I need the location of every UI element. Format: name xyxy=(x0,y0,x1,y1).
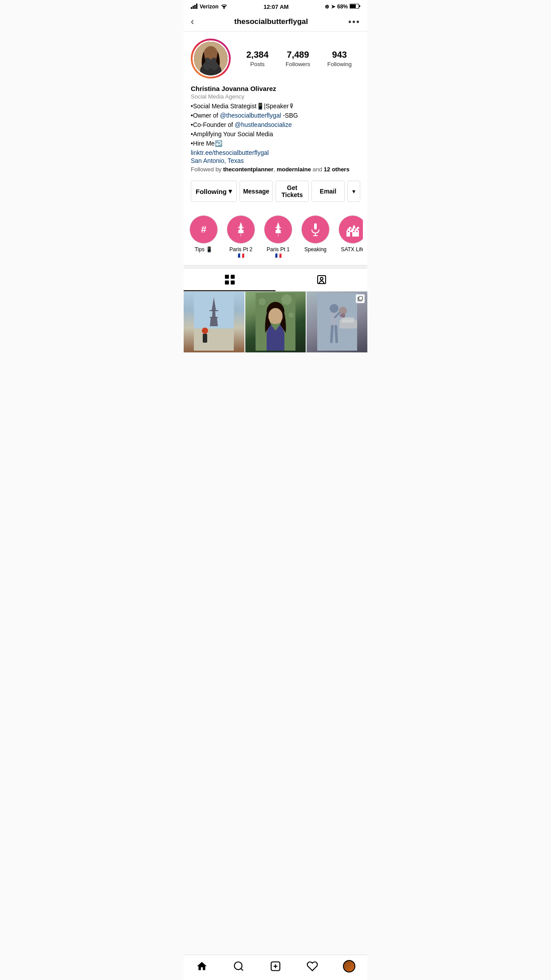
bio-line-4: •Amplifying Your Social Media xyxy=(191,130,360,139)
svg-rect-0 xyxy=(191,7,192,9)
status-left: Verizon xyxy=(191,4,228,10)
chevron-down-icon: ▾ xyxy=(228,187,232,195)
bio-followed-by: Followed by thecontentplanner, modernlai… xyxy=(191,166,360,173)
svg-rect-31 xyxy=(348,231,349,232)
svg-rect-22 xyxy=(314,223,317,229)
svg-point-57 xyxy=(330,304,338,313)
wifi-icon xyxy=(220,4,228,10)
bio-link[interactable]: linktr.ee/thesocialbutterflygal xyxy=(191,149,360,156)
navigation-icon: ➤ xyxy=(331,4,335,10)
highlight-circle-speaking[interactable] xyxy=(301,215,330,244)
svg-rect-41 xyxy=(194,328,234,351)
svg-point-49 xyxy=(288,312,294,318)
highlight-paris1[interactable]: Paris Pt 1 🇫🇷 xyxy=(263,215,294,259)
avatar-ring xyxy=(191,39,231,79)
tab-tagged[interactable] xyxy=(276,269,367,291)
avatar xyxy=(194,42,228,75)
dropdown-button[interactable]: ▾ xyxy=(347,181,360,202)
highlight-satx[interactable]: SATX Life xyxy=(337,215,363,259)
stat-followers[interactable]: 7,489 Followers xyxy=(286,50,311,67)
highlight-label-speaking: Speaking xyxy=(304,246,327,253)
svg-rect-3 xyxy=(196,4,197,9)
svg-rect-36 xyxy=(225,281,229,285)
carrier-label: Verizon xyxy=(200,4,219,10)
svg-rect-1 xyxy=(193,6,194,9)
svg-point-44 xyxy=(202,328,208,334)
following-button[interactable]: Following ▾ xyxy=(191,181,237,202)
follower-2[interactable]: modernlaine xyxy=(277,166,311,173)
status-time: 12:07 AM xyxy=(264,4,289,10)
mention-hustle[interactable]: @hustleandsocialize xyxy=(235,121,292,128)
highlight-label-satx: SATX Life xyxy=(341,246,363,253)
follower-1[interactable]: thecontentplanner xyxy=(223,166,273,173)
followers-label: Followers xyxy=(286,61,311,67)
highlight-paris2[interactable]: Paris Pt 2 🇫🇷 xyxy=(225,215,256,259)
photo-grid xyxy=(184,292,367,352)
svg-rect-56 xyxy=(342,317,354,323)
battery-percent: 68% xyxy=(337,4,348,10)
svg-text:#: # xyxy=(201,224,206,235)
location-icon: ⊕ xyxy=(325,4,329,10)
message-button[interactable]: Message xyxy=(240,181,273,202)
get-tickets-button[interactable]: Get Tickets xyxy=(276,181,309,202)
highlight-circle-paris1[interactable] xyxy=(264,215,292,244)
status-bar: Verizon 12:07 AM ⊕ ➤ 68% xyxy=(184,0,367,12)
highlights-row: # Tips 📱 Paris Pt 2 🇫🇷 xyxy=(188,215,363,259)
more-button[interactable]: ••• xyxy=(348,17,360,27)
action-buttons: Following ▾ Message Get Tickets Email ▾ xyxy=(191,177,360,206)
grid-item-2[interactable] xyxy=(245,292,306,352)
svg-rect-64 xyxy=(359,296,362,300)
svg-rect-30 xyxy=(350,232,352,237)
highlight-speaking[interactable]: Speaking xyxy=(300,215,331,259)
nav-bar: ‹ thesocialbutterflygal ••• xyxy=(184,12,367,32)
svg-rect-53 xyxy=(267,333,284,351)
bio-location: San Antonio, Texas xyxy=(191,157,360,164)
highlight-label-tips: Tips 📱 xyxy=(195,246,213,253)
svg-point-52 xyxy=(268,308,283,324)
tab-bar xyxy=(184,269,367,292)
stat-posts[interactable]: 2,384 Posts xyxy=(246,50,268,67)
grid-item-3[interactable] xyxy=(307,292,367,352)
svg-rect-7 xyxy=(359,5,360,7)
svg-rect-33 xyxy=(356,231,358,232)
svg-point-48 xyxy=(281,294,292,305)
svg-point-4 xyxy=(223,8,224,9)
svg-line-61 xyxy=(331,326,332,342)
bio-category: Social Media Agency xyxy=(191,93,360,100)
bio-line-2: •Owner of @thesocialbutterflygal -SBG xyxy=(191,111,360,120)
avatar-inner xyxy=(193,40,229,77)
highlight-label-paris2: Paris Pt 2 🇫🇷 xyxy=(225,246,256,259)
bio-section: Christina Jovanna Olivarez Social Media … xyxy=(191,85,360,177)
grid-item-1[interactable] xyxy=(184,292,244,352)
svg-rect-2 xyxy=(194,5,196,9)
stat-following[interactable]: 943 Following xyxy=(327,50,352,67)
highlight-circle-satx[interactable] xyxy=(338,215,363,244)
status-right: ⊕ ➤ 68% xyxy=(325,4,360,10)
email-button[interactable]: Email xyxy=(311,181,345,202)
highlight-tips[interactable]: # Tips 📱 xyxy=(188,215,219,259)
svg-rect-32 xyxy=(353,231,354,232)
bottom-spacer xyxy=(184,352,367,383)
highlight-circle-tips[interactable]: # xyxy=(189,215,218,244)
battery-icon xyxy=(350,4,360,10)
svg-rect-35 xyxy=(231,275,235,279)
svg-rect-6 xyxy=(350,4,356,8)
highlight-circle-paris2[interactable] xyxy=(227,215,255,244)
following-count: 943 xyxy=(332,50,347,60)
bio-name: Christina Jovanna Olivarez xyxy=(191,85,360,92)
highlights-section: # Tips 📱 Paris Pt 2 🇫🇷 xyxy=(184,210,367,265)
svg-point-47 xyxy=(259,298,266,305)
avatar-wrapper[interactable] xyxy=(191,39,231,79)
posts-count: 2,384 xyxy=(246,50,268,60)
others-count[interactable]: 12 others xyxy=(324,166,350,173)
posts-label: Posts xyxy=(250,61,265,67)
back-button[interactable]: ‹ xyxy=(191,16,194,28)
bio-line-5: •Hire Me↩️ xyxy=(191,139,360,148)
svg-point-39 xyxy=(320,277,323,280)
tab-grid[interactable] xyxy=(184,269,276,291)
svg-rect-37 xyxy=(231,281,235,285)
stats-row: 2,384 Posts 7,489 Followers 943 Followin… xyxy=(238,50,360,67)
multi-photo-badge xyxy=(356,294,365,303)
mention-sbg[interactable]: @thesocialbutterflygal xyxy=(220,112,281,119)
bio-line-1: •Social Media Strategist📱|Speaker🎙 xyxy=(191,102,360,111)
